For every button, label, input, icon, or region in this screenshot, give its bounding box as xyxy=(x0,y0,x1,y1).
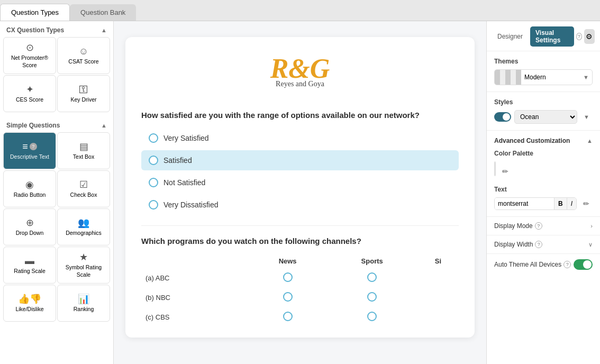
like-dislike-icon: 👍👎 xyxy=(18,294,41,304)
q1-option-1[interactable]: Satisfied xyxy=(141,150,459,170)
q-item-ces[interactable]: ✦ CES Score xyxy=(3,75,56,112)
adv-customization-section: Advanced Customization ▲ Color Palette ✏… xyxy=(487,131,600,217)
theme-preview xyxy=(495,70,521,85)
display-width-help-icon[interactable]: ? xyxy=(535,241,542,248)
q-item-rating-scale[interactable]: ▬ Rating Scale xyxy=(3,247,56,284)
tab-designer[interactable]: Designer xyxy=(492,30,528,43)
theme-select-row: Modern Classic ▼ xyxy=(494,69,593,85)
q-item-key-driver[interactable]: ⚿ Key Driver xyxy=(57,75,110,112)
ces-icon: ✦ xyxy=(26,85,34,94)
matrix-cell-cbs-sports[interactable] xyxy=(327,307,417,327)
logo-sub: Reyes and Goya xyxy=(270,80,330,88)
q-item-check-box[interactable]: ☑ Check Box xyxy=(57,170,110,207)
q-item-nps[interactable]: ⊙ Net Promoter® Score xyxy=(3,37,56,74)
q-item-demographics[interactable]: 👥 Demographics xyxy=(57,208,110,245)
q-item-csat[interactable]: ☺ CSAT Score xyxy=(57,37,110,74)
auto-theme-label: Auto Theme All Devices ? xyxy=(494,261,571,268)
color-palette-edit-button[interactable]: ✏ xyxy=(499,167,512,176)
q-item-radio-button[interactable]: ◉ Radio Button xyxy=(3,170,56,207)
q-item-ranking[interactable]: 📊 Ranking xyxy=(57,285,110,322)
themes-section: Themes Modern Classic ▼ xyxy=(487,51,600,92)
styles-toggle[interactable] xyxy=(494,112,511,122)
matrix-cell-cbs-si xyxy=(417,307,459,327)
csat-icon: ☺ xyxy=(79,47,88,56)
rating-scale-label: Rating Scale xyxy=(14,268,46,275)
symbol-rating-scale-label: Symbol Rating Scale xyxy=(60,264,107,278)
rating-scale-icon: ▬ xyxy=(25,256,34,266)
display-width-row[interactable]: Display Width ? ∨ xyxy=(487,235,600,254)
font-input[interactable] xyxy=(495,198,554,210)
styles-section: Styles Ocean Forest ▼ xyxy=(487,92,600,131)
ranking-label: Ranking xyxy=(74,306,94,313)
matrix-col-news: News xyxy=(249,254,327,268)
adv-chevron-icon: ▲ xyxy=(587,138,593,144)
cx-section-label: CX Question Types xyxy=(6,26,64,34)
theme-chevron-icon: ▼ xyxy=(580,72,592,83)
tab-visual-settings[interactable]: Visual Settings xyxy=(530,26,574,47)
radio-label-2: Not Satisfied xyxy=(163,178,205,187)
demographics-icon: 👥 xyxy=(78,218,89,228)
descriptive-text-icon: ≡ xyxy=(22,142,28,151)
styles-chevron-icon: ▼ xyxy=(580,112,593,122)
text-edit-button[interactable]: ✏ xyxy=(580,199,593,208)
top-tabs-bar: Question Types Question Bank xyxy=(0,0,600,21)
matrix-cell-cbs-news[interactable] xyxy=(249,307,327,327)
q-item-like-dislike[interactable]: 👍👎 Like/Dislike xyxy=(3,285,56,322)
display-mode-help-icon[interactable]: ? xyxy=(535,222,542,230)
bold-button[interactable]: B xyxy=(554,198,567,210)
matrix-circle-abc-news xyxy=(283,272,293,282)
matrix-row-nbc: (b) NBC xyxy=(141,288,459,307)
matrix-col-si: Si xyxy=(417,254,459,268)
radio-circle-0 xyxy=(149,133,158,143)
styles-dropdown[interactable]: Ocean Forest xyxy=(514,110,577,124)
descriptive-text-badge: ? xyxy=(30,143,37,150)
csat-label: CSAT Score xyxy=(68,58,98,66)
color-block-3[interactable] xyxy=(495,162,495,176)
radio-label-3: Very Dissatisfied xyxy=(163,201,218,209)
matrix-cell-nbc-news[interactable] xyxy=(249,288,327,307)
auto-theme-help-icon[interactable]: ? xyxy=(563,261,571,268)
gear-button[interactable]: ⚙ xyxy=(584,29,595,44)
right-panel: Designer Visual Settings ? ⚙ Themes Mode… xyxy=(486,21,600,364)
visual-settings-help-icon[interactable]: ? xyxy=(576,33,582,40)
auto-theme-toggle[interactable] xyxy=(574,259,593,270)
matrix-cell-nbc-sports[interactable] xyxy=(327,288,417,307)
q1-option-3[interactable]: Very Dissatisfied xyxy=(141,195,459,215)
matrix-cell-abc-si xyxy=(417,268,459,288)
nps-icon: ⊙ xyxy=(26,43,34,52)
styles-toggle-knob xyxy=(503,113,510,121)
display-mode-chevron-icon: › xyxy=(590,223,593,229)
matrix-row-label-nbc: (b) NBC xyxy=(141,288,249,307)
q-item-descriptive-text[interactable]: ≡ ? Descriptive Text xyxy=(3,132,56,169)
drop-down-label: Drop Down xyxy=(16,230,44,237)
display-width-chevron-icon: ∨ xyxy=(588,241,593,248)
tab-question-types[interactable]: Question Types xyxy=(0,4,70,21)
radio-circle-1 xyxy=(149,156,158,165)
q-item-text-box[interactable]: ▤ Text Box xyxy=(57,132,110,169)
q1-option-2[interactable]: Not Satisfied xyxy=(141,172,459,193)
font-input-row: B I xyxy=(494,197,577,210)
cx-question-grid: ⊙ Net Promoter® Score ☺ CSAT Score ✦ CES… xyxy=(0,37,113,116)
matrix-circle-nbc-sports xyxy=(367,292,377,302)
matrix-cell-abc-sports[interactable] xyxy=(327,268,417,288)
q-item-symbol-rating-scale[interactable]: ★ Symbol Rating Scale xyxy=(57,247,110,284)
display-mode-row[interactable]: Display Mode ? › xyxy=(487,217,600,235)
radio-circle-3 xyxy=(149,200,158,210)
text-row: B I ✏ xyxy=(494,197,593,210)
adv-customization-header[interactable]: Advanced Customization ▲ xyxy=(494,137,593,144)
italic-button[interactable]: I xyxy=(567,198,576,210)
logo-area: R&G Reyes and Goya xyxy=(141,53,459,98)
matrix-col-sports: Sports xyxy=(327,254,417,268)
simple-question-grid: ≡ ? Descriptive Text ▤ Text Box ◉ Radio … xyxy=(0,132,113,326)
q1-option-0[interactable]: Very Satisfied xyxy=(141,128,459,148)
color-palette-label: Color Palette xyxy=(494,150,593,157)
matrix-row-cbs: (c) CBS xyxy=(141,307,459,327)
panel-tabs: Designer Visual Settings ? ⚙ xyxy=(487,21,600,51)
tab-question-bank[interactable]: Question Bank xyxy=(70,4,136,21)
styles-label: Styles xyxy=(494,98,593,106)
q-item-drop-down[interactable]: ⊕ Drop Down xyxy=(3,208,56,245)
matrix-table: News Sports Si (a) ABC (b) NBC xyxy=(141,254,459,327)
theme-dropdown[interactable]: Modern Classic xyxy=(521,71,580,83)
matrix-cell-abc-news[interactable] xyxy=(249,268,327,288)
main-layout: CX Question Types ▲ ⊙ Net Promoter® Scor… xyxy=(0,21,600,364)
